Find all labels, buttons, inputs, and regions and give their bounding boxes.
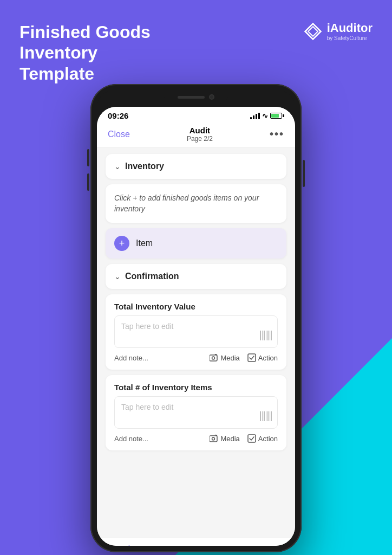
close-button[interactable]: Close: [108, 130, 130, 139]
logo-text: iAuditor by SafetyCulture: [327, 22, 373, 41]
volume-up-button: [87, 149, 89, 166]
svg-point-8: [212, 357, 215, 359]
total-items-input[interactable]: Tap here to edit: [114, 396, 278, 429]
info-text: Click + to add finished goods items on y…: [114, 193, 259, 213]
total-inventory-title: Total Inventory Value: [114, 302, 278, 311]
add-note-link-2[interactable]: Add note...: [114, 435, 148, 443]
total-items-actions: Add note... Media: [114, 434, 278, 443]
svg-rect-9: [248, 354, 256, 362]
total-inventory-placeholder: Tap here to edit: [121, 322, 174, 331]
svg-rect-14: [267, 411, 269, 421]
add-note-link[interactable]: Add note...: [114, 354, 148, 362]
confirmation-section[interactable]: ⌄ Confirmation: [106, 264, 286, 289]
logo-area: iAuditor by SafetyCulture: [303, 22, 373, 41]
svg-rect-15: [270, 411, 270, 421]
svg-rect-1: [262, 331, 263, 340]
svg-rect-11: [262, 411, 263, 421]
svg-rect-19: [248, 435, 256, 442]
audit-title: Audit: [187, 126, 213, 135]
svg-rect-16: [271, 411, 272, 421]
power-button: [303, 160, 305, 187]
phone-screen: 09:26 ∿: [97, 107, 295, 546]
info-box: Click + to add finished goods items on y…: [106, 184, 286, 223]
page-title: Finished Goods Inventory Template: [19, 22, 204, 84]
status-time: 09:26: [108, 111, 128, 120]
screen-content: ⌄ Inventory Click + to add finished good…: [97, 147, 295, 538]
barcode-icon: [260, 331, 272, 343]
media-button[interactable]: Media: [210, 354, 239, 362]
svg-rect-12: [264, 411, 265, 421]
barcode-icon-2: [260, 411, 272, 424]
battery-icon: [270, 113, 284, 119]
bottom-nav: ‹ Back Page 1/2: [97, 538, 295, 546]
svg-rect-10: [260, 411, 261, 421]
action-button[interactable]: Action: [247, 353, 278, 362]
notch-area: [97, 91, 295, 107]
back-nav[interactable]: Back Page 1/2: [114, 544, 140, 546]
svg-rect-5: [270, 331, 270, 340]
camera: [209, 94, 214, 100]
phone-wrapper: 09:26 ∿: [90, 84, 302, 552]
nav-center: Audit Page 2/2: [187, 126, 213, 143]
svg-rect-6: [271, 331, 272, 340]
svg-point-18: [212, 437, 215, 440]
svg-rect-0: [260, 331, 261, 340]
chevron-down-icon-2: ⌄: [114, 272, 121, 281]
item-label: Item: [136, 238, 153, 248]
action-button-2[interactable]: Action: [247, 434, 278, 443]
confirmation-label: Confirmation: [125, 272, 179, 281]
inventory-section[interactable]: ⌄ Inventory: [106, 154, 286, 179]
volume-down-button: [87, 173, 89, 191]
status-icons: ∿: [250, 112, 284, 120]
item-row[interactable]: + Item: [106, 228, 286, 259]
speaker: [178, 96, 205, 99]
chevron-down-icon: ⌄: [114, 162, 121, 171]
inventory-label: Inventory: [125, 162, 164, 171]
total-inventory-card: Total Inventory Value Tap here to edit: [106, 294, 286, 370]
svg-rect-2: [264, 331, 265, 340]
svg-rect-17: [210, 436, 217, 442]
total-inventory-input[interactable]: Tap here to edit: [114, 315, 278, 348]
svg-rect-3: [266, 331, 266, 340]
svg-rect-7: [210, 355, 217, 361]
more-menu-button[interactable]: •••: [270, 128, 284, 140]
total-items-placeholder: Tap here to edit: [121, 403, 174, 411]
svg-rect-13: [266, 411, 266, 421]
add-item-button[interactable]: +: [114, 236, 129, 251]
total-items-card: Total # of Inventory Items Tap here to e…: [106, 375, 286, 450]
svg-rect-4: [267, 331, 269, 340]
total-inventory-actions: Add note... Media: [114, 353, 278, 362]
total-items-title: Total # of Inventory Items: [114, 383, 278, 392]
wifi-icon: ∿: [262, 112, 268, 120]
media-button-2[interactable]: Media: [210, 435, 239, 443]
status-bar: 09:26 ∿: [97, 107, 295, 122]
phone-frame: 09:26 ∿: [90, 84, 302, 552]
page-indicator: Page 2/2: [187, 135, 213, 143]
signal-bars-icon: [250, 113, 260, 119]
logo-diamond-icon: [303, 22, 323, 41]
notch: [164, 91, 228, 104]
page-header: Finished Goods Inventory Template iAudit…: [0, 0, 392, 95]
app-nav: Close Audit Page 2/2 •••: [97, 122, 295, 147]
